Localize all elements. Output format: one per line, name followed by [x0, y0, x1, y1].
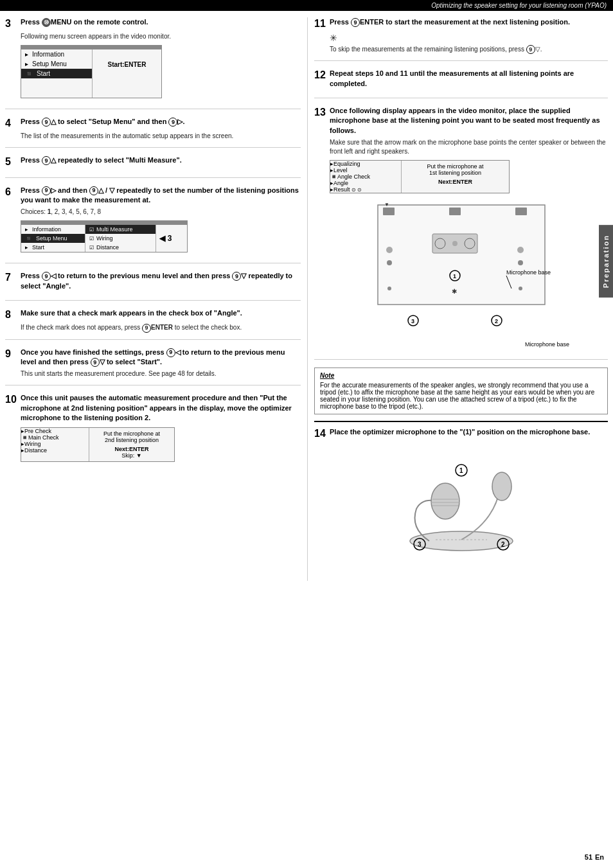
step-9: 9 Once you have finished the settings, p… [5, 348, 301, 386]
step-11-note: ✳ To skip the measurements at the remain… [330, 32, 608, 54]
note-title: Note [320, 372, 602, 379]
step-6: 6 Press 9▷ and then 9△ / ▽ repeatedly to… [5, 186, 301, 264]
svg-text:2: 2 [495, 318, 498, 324]
svg-point-13 [519, 287, 522, 290]
step-5: 5 Press 9△ repeatedly to select "Multi M… [5, 155, 301, 177]
step-14: 14 Place the optimizer microphone to the… [314, 421, 608, 573]
svg-text:1: 1 [453, 273, 456, 279]
step-3: 3 Press ⑩MENU on the remote control. Fol… [5, 17, 301, 109]
step-3-title: Press ⑩MENU on the remote control. [21, 17, 148, 27]
svg-text:3: 3 [411, 318, 414, 324]
microphone-diagram: 1 2 3 [314, 445, 608, 562]
step-8-title: Make sure that a check mark appears in t… [21, 308, 242, 318]
svg-point-9 [387, 260, 392, 265]
left-column: 3 Press ⑩MENU on the remote control. Fol… [5, 17, 307, 581]
svg-text:1: 1 [459, 467, 463, 474]
step-11-title: Press 9ENTER to start the measurement at… [330, 17, 570, 27]
step-7-title: Press 9◁ to return to the previous menu … [21, 271, 301, 291]
step-5-number: 5 [5, 155, 17, 168]
svg-rect-1 [383, 208, 395, 215]
step-14-number: 14 [314, 427, 326, 439]
step-6-title: Press 9▷ and then 9△ / ▽ repeatedly to s… [21, 186, 301, 206]
diagram-label: Microphone base [314, 341, 569, 348]
step-6-menu: ▸Information ◾Setup Menu ▸Start ☑ Multi … [21, 220, 188, 252]
step-12-number: 12 [314, 69, 326, 81]
step-13-diagram: ▼ 1 2 3 Microphone base [314, 199, 608, 348]
svg-text:▼: ▼ [384, 202, 389, 208]
step-11-number: 11 [314, 17, 326, 30]
svg-point-8 [386, 247, 393, 253]
step-7-number: 7 [5, 271, 17, 283]
step-3-body: Following menu screen appears in the vid… [21, 32, 301, 41]
step-4-body: The list of the measurements in the auto… [21, 132, 301, 141]
svg-text:✱: ✱ [452, 288, 457, 295]
side-tab: Preparation [599, 225, 613, 297]
page-number: 51 En [585, 851, 604, 862]
step-6-number: 6 [5, 186, 17, 198]
svg-text:Microphone base: Microphone base [506, 269, 551, 276]
step-9-body: This unit starts the measurement procedu… [21, 369, 301, 378]
svg-point-12 [387, 287, 391, 290]
top-bar: Optimizing the speaker setting for your … [0, 0, 613, 11]
step-9-title: Once you have finished the settings, pre… [21, 348, 301, 368]
step-4-title: Press 9△ to select "Setup Menu" and then… [21, 117, 185, 127]
step-7: 7 Press 9◁ to return to the previous men… [5, 271, 301, 301]
svg-point-10 [517, 247, 524, 253]
step-4: 4 Press 9△ to select "Setup Menu" and th… [5, 117, 301, 148]
svg-text:2: 2 [501, 541, 505, 548]
step-13-number: 13 [314, 106, 326, 118]
right-column: 11 Press 9ENTER to start the measurement… [307, 17, 608, 581]
top-bar-text: Optimizing the speaker setting for your … [431, 2, 607, 9]
step-5-title: Press 9△ repeatedly to select "Multi Mea… [21, 155, 182, 165]
step-8: 8 Make sure that a check mark appears in… [5, 308, 301, 340]
svg-rect-2 [449, 208, 461, 215]
svg-rect-3 [515, 208, 527, 215]
step-9-number: 9 [5, 348, 17, 360]
svg-point-25 [431, 483, 459, 519]
step-8-number: 8 [5, 308, 17, 321]
step-10: 10 Once this unit pauses the automatic m… [5, 393, 301, 472]
step-3-menu: ▸Information ▸Setup Menu ◾Start Start:EN… [21, 45, 162, 98]
step-13-menu: ▸Equalizing ▸Level ◾Angle Check ▸Angle ▸… [314, 160, 608, 193]
step-3-menu-right: Start:ENTER [92, 49, 161, 98]
svg-point-29 [492, 472, 511, 500]
step-14-title: Place the optimizer microphone to the "(… [330, 427, 590, 437]
step-6-choices: Choices: 1, 2, 3, 4, 5, 6, 7, 8 [21, 208, 301, 217]
microphone-svg: 1 2 3 [371, 445, 551, 560]
svg-point-24 [410, 531, 513, 551]
step-4-number: 4 [5, 117, 17, 129]
step-13-title: Once following display appears in the vi… [330, 106, 608, 136]
step-10-title: Once this unit pauses the automatic meas… [21, 393, 301, 423]
step-10-number: 10 [5, 393, 17, 405]
speaker-room-svg: ▼ 1 2 3 Microphone base [371, 199, 551, 340]
page: Optimizing the speaker setting for your … [0, 0, 613, 868]
note-box: Note For the accurate measurements of th… [314, 368, 608, 414]
step-11: 11 Press 9ENTER to start the measurement… [314, 17, 608, 61]
svg-text:3: 3 [418, 541, 422, 548]
svg-point-6 [452, 241, 458, 246]
step-10-menu: ▸Pre Check ◾Main Check ▸Wiring ▸Distance… [21, 427, 175, 462]
step-3-number: 3 [5, 17, 17, 30]
step-13-body: Make sure that the arrow mark on the mic… [330, 138, 608, 156]
step-13: 13 Once following display appears in the… [314, 106, 608, 360]
step-8-body: If the check mark does not appears, pres… [21, 323, 301, 332]
note-body: For the accurate measurements of the spe… [320, 382, 602, 410]
svg-point-11 [518, 260, 523, 265]
step-12: 12 Repeat steps 10 and 11 until the meas… [314, 69, 608, 98]
step-12-title: Repeat steps 10 and 11 until the measure… [330, 69, 608, 89]
